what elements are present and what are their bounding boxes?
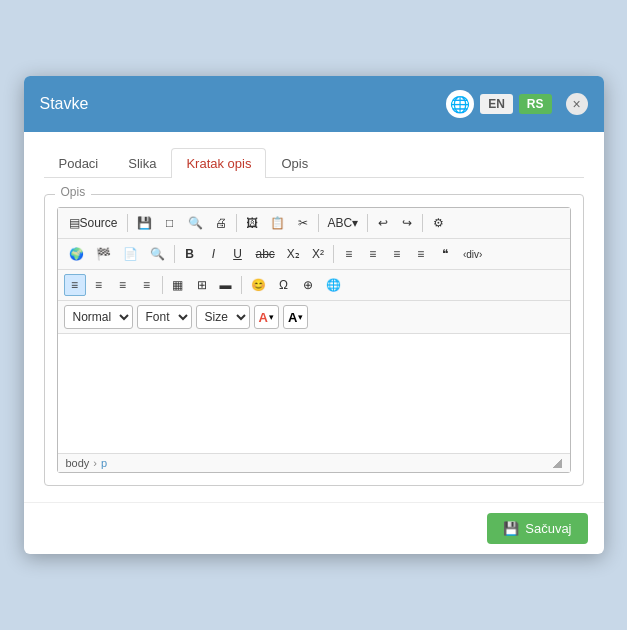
- new-button[interactable]: □: [159, 212, 181, 234]
- smiley-icon: 😊: [251, 278, 266, 292]
- undo-button[interactable]: ↩: [372, 212, 394, 234]
- subscript-button[interactable]: X₂: [282, 243, 305, 265]
- unordered-list-icon: ≡: [369, 247, 376, 261]
- insert-icon: ⊕: [303, 278, 313, 292]
- strikethrough-icon: abc: [256, 247, 275, 261]
- format-select[interactable]: Normal: [64, 305, 133, 329]
- separator-5: [422, 214, 423, 232]
- toolbar-row-1: ▤ Source 💾 □ 🔍 🖨 🖼 📋 ✂ ABC▾ ↩: [58, 208, 570, 239]
- align-right-icon: ≡: [119, 278, 126, 292]
- italic-icon: I: [212, 247, 215, 261]
- table-button[interactable]: ▦: [167, 274, 189, 296]
- link-icon: ✂: [298, 216, 308, 230]
- separator-3: [318, 214, 319, 232]
- align-justify-button[interactable]: ≡: [136, 274, 158, 296]
- size-select[interactable]: Size: [196, 305, 250, 329]
- image-button[interactable]: 🖼: [241, 212, 263, 234]
- p-tag: p: [101, 457, 107, 469]
- resize-handle[interactable]: [552, 458, 562, 468]
- ul-button[interactable]: ≡: [362, 243, 384, 265]
- preview-button[interactable]: 🔍: [183, 212, 208, 234]
- separator-4: [367, 214, 368, 232]
- tab-bar: Podaci Slika Kratak opis Opis: [44, 148, 584, 178]
- redo-icon: ↪: [402, 216, 412, 230]
- print-icon: 🖨: [215, 216, 227, 230]
- redo-button[interactable]: ↪: [396, 212, 418, 234]
- print-button[interactable]: 🖨: [210, 212, 232, 234]
- modal-header: Stavke 🌐 EN RS ×: [24, 76, 604, 132]
- subscript-icon: X₂: [287, 247, 300, 261]
- toolbar-row-3: ≡ ≡ ≡ ≡ ▦ ⊞ ▬ 😊 Ω ⊕ 🌐: [58, 270, 570, 301]
- font-select[interactable]: Font: [137, 305, 192, 329]
- hr-button[interactable]: ▬: [215, 274, 237, 296]
- section-legend: Opis: [55, 185, 92, 199]
- paste-word-button[interactable]: 🏁: [91, 243, 116, 265]
- div-icon: ‹div›: [463, 249, 482, 260]
- copy-button[interactable]: 📄: [118, 243, 143, 265]
- link-button[interactable]: ✂: [292, 212, 314, 234]
- image-icon: 🖼: [246, 216, 258, 230]
- align-left-icon: ≡: [71, 278, 78, 292]
- bold-button[interactable]: B: [179, 243, 201, 265]
- iframe-button[interactable]: 🌐: [321, 274, 346, 296]
- smiley-button[interactable]: 😊: [246, 274, 271, 296]
- modal-footer: 💾 Sačuvaj: [24, 502, 604, 554]
- find-button[interactable]: 🔍: [145, 243, 170, 265]
- save-doc-button[interactable]: 💾: [132, 212, 157, 234]
- table-edit-icon: ⊞: [197, 278, 207, 292]
- align-left-button[interactable]: ≡: [64, 274, 86, 296]
- blockquote-button[interactable]: ❝: [434, 243, 456, 265]
- undo-icon: ↩: [378, 216, 388, 230]
- lang-en-button[interactable]: EN: [480, 94, 513, 114]
- align-right-button[interactable]: ≡: [112, 274, 134, 296]
- ol-button[interactable]: ≡: [338, 243, 360, 265]
- globe-icon: 🌐: [446, 90, 474, 118]
- special-char-button[interactable]: Ω: [273, 274, 295, 296]
- bg-color-arrow: ▾: [269, 312, 274, 322]
- paste-text-button[interactable]: 🌍: [64, 243, 89, 265]
- underline-icon: U: [233, 247, 242, 261]
- bold-icon: B: [185, 247, 194, 261]
- close-button[interactable]: ×: [566, 93, 588, 115]
- editor-content-area[interactable]: [58, 334, 570, 454]
- editor-status-bar: body › p: [58, 454, 570, 472]
- div-button[interactable]: ‹div›: [458, 243, 487, 265]
- save-icon: 💾: [503, 521, 519, 536]
- save-label: Sačuvaj: [525, 521, 571, 536]
- tab-opis[interactable]: Opis: [266, 148, 323, 178]
- indent-icon: ≡: [393, 247, 400, 261]
- new-icon: □: [166, 216, 173, 230]
- preview-icon: 🔍: [188, 216, 203, 230]
- bg-color-button[interactable]: A ▾: [254, 305, 279, 329]
- outdent-button[interactable]: ≡: [410, 243, 432, 265]
- source-button[interactable]: ▤ Source: [64, 212, 123, 234]
- tab-kratak-opis[interactable]: Kratak opis: [171, 148, 266, 178]
- italic-button[interactable]: I: [203, 243, 225, 265]
- header-actions: 🌐 EN RS ×: [446, 90, 587, 118]
- tab-slika[interactable]: Slika: [113, 148, 171, 178]
- save-button[interactable]: 💾 Sačuvaj: [487, 513, 587, 544]
- lang-rs-button[interactable]: RS: [519, 94, 552, 114]
- insert-button[interactable]: ⊕: [297, 274, 319, 296]
- flash-button[interactable]: 📋: [265, 212, 290, 234]
- settings-button[interactable]: ⚙: [427, 212, 449, 234]
- opis-section: Opis ▤ Source 💾 □ 🔍 🖨 🖼 📋: [44, 194, 584, 486]
- spellcheck-icon: ABC▾: [328, 216, 359, 230]
- spellcheck-button[interactable]: ABC▾: [323, 212, 364, 234]
- outdent-icon: ≡: [417, 247, 424, 261]
- strikethrough-button[interactable]: abc: [251, 243, 280, 265]
- underline-button[interactable]: U: [227, 243, 249, 265]
- align-center-icon: ≡: [95, 278, 102, 292]
- tab-podaci[interactable]: Podaci: [44, 148, 114, 178]
- modal-body: Podaci Slika Kratak opis Opis Opis ▤: [24, 132, 604, 502]
- paste-word-icon: 🏁: [96, 247, 111, 261]
- indent-button[interactable]: ≡: [386, 243, 408, 265]
- fg-color-button[interactable]: A ▾: [283, 305, 308, 329]
- align-center-button[interactable]: ≡: [88, 274, 110, 296]
- paste-icon: 🌍: [69, 247, 84, 261]
- table-icon: ▦: [172, 278, 183, 292]
- superscript-button[interactable]: X²: [307, 243, 329, 265]
- find-icon: 🔍: [150, 247, 165, 261]
- table-edit-button[interactable]: ⊞: [191, 274, 213, 296]
- modal-title: Stavke: [40, 95, 89, 113]
